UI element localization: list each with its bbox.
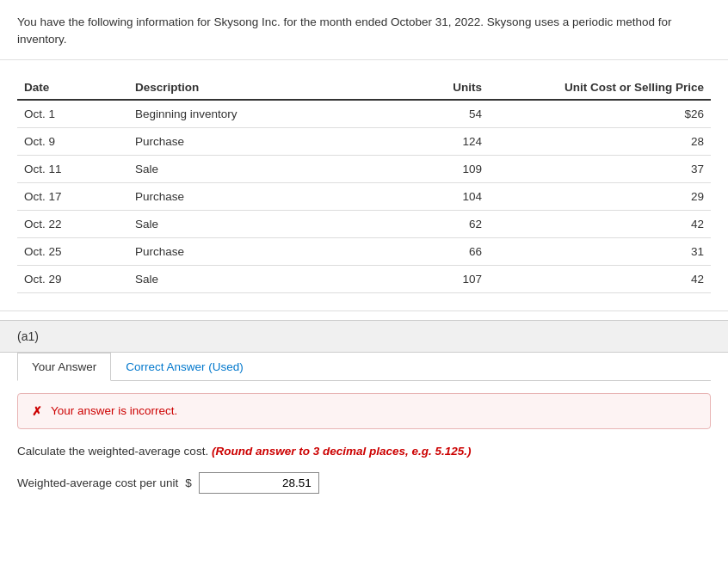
cell-description: Beginning inventory: [128, 100, 378, 128]
error-message: Your answer is incorrect.: [51, 404, 177, 417]
table-row: Oct. 25 Purchase 66 31: [17, 237, 711, 265]
col-header-date: Date: [17, 76, 128, 100]
cell-price: 28: [489, 127, 711, 155]
cell-date: Oct. 25: [17, 237, 128, 265]
error-box: ✗ Your answer is incorrect.: [17, 393, 711, 429]
cell-units: 124: [378, 127, 489, 155]
col-header-units: Units: [378, 76, 489, 100]
answer-section: Your Answer Correct Answer (Used) ✗ Your…: [0, 353, 728, 511]
cell-price: 42: [489, 210, 711, 237]
error-icon: ✗: [32, 404, 42, 418]
cell-units: 66: [378, 237, 489, 265]
cell-description: Purchase: [128, 182, 378, 210]
cell-units: 109: [378, 155, 489, 182]
cell-date: Oct. 11: [17, 155, 128, 182]
cell-description: Sale: [128, 155, 378, 182]
cell-units: 54: [378, 100, 489, 128]
cell-units: 104: [378, 182, 489, 210]
cell-date: Oct. 1: [17, 100, 128, 128]
tab-your-answer[interactable]: Your Answer: [17, 353, 111, 381]
inventory-table: Date Description Units Unit Cost or Sell…: [17, 76, 711, 293]
table-row: Oct. 29 Sale 107 42: [17, 265, 711, 292]
input-label: Weighted-average cost per unit: [17, 476, 178, 489]
cell-price: 31: [489, 237, 711, 265]
table-row: Oct. 9 Purchase 124 28: [17, 127, 711, 155]
cell-date: Oct. 9: [17, 127, 128, 155]
dollar-sign: $: [185, 476, 192, 489]
table-row: Oct. 22 Sale 62 42: [17, 210, 711, 237]
instruction-text: Calculate the weighted-average cost. (Ro…: [17, 443, 711, 460]
col-header-description: Description: [128, 76, 378, 100]
problem-statement: You have the following information for S…: [0, 0, 728, 60]
cell-price: 42: [489, 265, 711, 292]
cell-units: 107: [378, 265, 489, 292]
cell-units: 62: [378, 210, 489, 237]
instruction-bold: (Round answer to 3 decimal places, e.g. …: [212, 445, 472, 458]
table-row: Oct. 11 Sale 109 37: [17, 155, 711, 182]
cell-price: 37: [489, 155, 711, 182]
cell-description: Purchase: [128, 237, 378, 265]
section-label: (a1): [0, 320, 728, 353]
cell-description: Purchase: [128, 127, 378, 155]
cell-description: Sale: [128, 210, 378, 237]
cell-date: Oct. 29: [17, 265, 128, 292]
col-header-price: Unit Cost or Selling Price: [489, 76, 711, 100]
cell-price: $26: [489, 100, 711, 128]
weighted-avg-input[interactable]: [199, 472, 319, 494]
cell-date: Oct. 22: [17, 210, 128, 237]
answer-tabs: Your Answer Correct Answer (Used): [17, 353, 711, 381]
tab-correct-answer[interactable]: Correct Answer (Used): [111, 353, 258, 381]
table-row: Oct. 1 Beginning inventory 54 $26: [17, 100, 711, 128]
input-row: Weighted-average cost per unit $: [17, 472, 711, 494]
inventory-table-section: Date Description Units Unit Cost or Sell…: [0, 60, 728, 310]
cell-price: 29: [489, 182, 711, 210]
cell-description: Sale: [128, 265, 378, 292]
cell-date: Oct. 17: [17, 182, 128, 210]
table-row: Oct. 17 Purchase 104 29: [17, 182, 711, 210]
